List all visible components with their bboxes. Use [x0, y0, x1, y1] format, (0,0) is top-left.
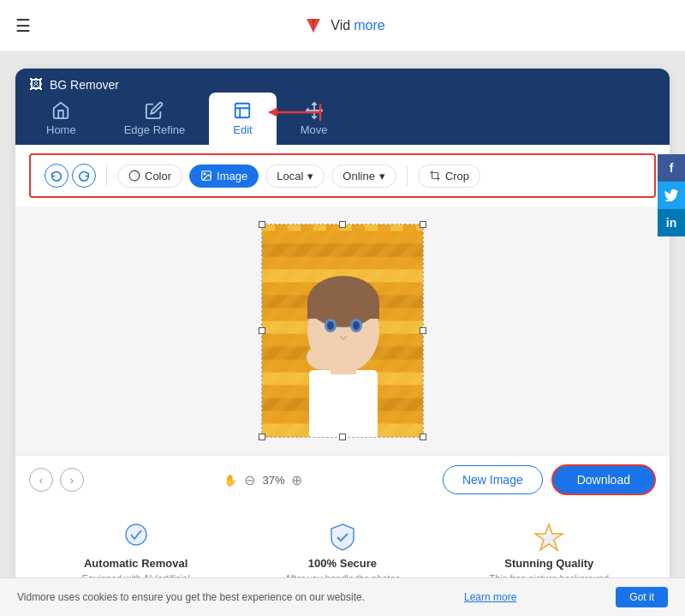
cookie-banner: Vidmore uses cookies to ensure you get t…: [0, 577, 685, 616]
linkedin-button[interactable]: in: [658, 209, 685, 236]
tabs-container: Home Edge Refine Edit Move: [15, 93, 670, 145]
twitter-button[interactable]: [658, 182, 685, 209]
image-button[interactable]: Image: [189, 164, 259, 188]
undo-redo-group: [45, 164, 96, 188]
cookie-got-it-button[interactable]: Got it: [616, 587, 668, 607]
handle-bottom-right[interactable]: [420, 434, 426, 440]
handle-middle-right[interactable]: [420, 327, 426, 334]
app-header: 🖼 BG Remover Home Edge Refine Edit: [15, 69, 670, 145]
hand-tool[interactable]: ✋: [223, 474, 237, 487]
redo-button[interactable]: [72, 164, 96, 188]
tab-home[interactable]: Home: [22, 93, 100, 145]
logo-text: Vidmore: [331, 18, 384, 33]
local-button[interactable]: Local ▾: [265, 164, 325, 188]
image-preview: [262, 224, 423, 437]
action-buttons: New Image Download: [443, 464, 656, 495]
handle-bottom-middle[interactable]: [339, 434, 346, 440]
handle-middle-left[interactable]: [259, 327, 265, 334]
bg-remover-icon: 🖼: [29, 77, 43, 93]
cookie-learn-more[interactable]: Learn more: [464, 591, 516, 603]
next-button[interactable]: ›: [60, 468, 84, 492]
tab-edit[interactable]: Edit: [209, 93, 276, 145]
divider-1: [106, 165, 107, 186]
svg-point-27: [353, 321, 360, 330]
online-button[interactable]: Online ▾: [331, 164, 396, 188]
handle-top-left[interactable]: [259, 221, 265, 228]
nav-arrows: ‹ ›: [29, 468, 84, 492]
zoom-value: 37%: [262, 474, 284, 487]
handle-top-right[interactable]: [420, 221, 426, 228]
bottom-controls: ‹ › ✋ ⊖ 37% ⊕ New Image Download: [15, 455, 670, 504]
navbar: ☰ Vidmore: [0, 0, 685, 51]
svg-point-26: [327, 321, 334, 330]
color-button[interactable]: Color: [117, 164, 182, 188]
social-sidebar: f in: [658, 154, 685, 236]
svg-point-29: [126, 524, 146, 545]
handle-top-middle[interactable]: [339, 221, 346, 228]
svg-rect-23: [307, 302, 379, 319]
divider-2: [407, 165, 408, 186]
svg-point-28: [307, 344, 341, 370]
new-image-button[interactable]: New Image: [443, 465, 543, 494]
quality-icon: [527, 519, 570, 553]
portrait-svg: [262, 224, 423, 437]
prev-button[interactable]: ‹: [29, 468, 53, 492]
secure-title: 100% Secure: [308, 557, 377, 570]
main-content: 🖼 BG Remover Home Edge Refine Edit: [0, 51, 685, 611]
svg-rect-0: [235, 104, 250, 118]
download-button[interactable]: Download: [551, 464, 656, 495]
auto-removal-title: Automatic Removal: [84, 557, 188, 570]
canvas-area: [15, 206, 670, 455]
app-title: 🖼 BG Remover: [15, 69, 670, 93]
auto-removal-icon: [115, 519, 158, 553]
logo: Vidmore: [300, 12, 384, 39]
secure-icon: [321, 519, 364, 553]
tab-edge-refine[interactable]: Edge Refine: [100, 93, 210, 145]
handle-bottom-left[interactable]: [259, 434, 265, 440]
svg-point-6: [204, 173, 206, 175]
svg-rect-19: [309, 370, 378, 437]
undo-button[interactable]: [45, 164, 68, 188]
logo-icon: [300, 12, 327, 39]
app-card: 🖼 BG Remover Home Edge Refine Edit: [15, 69, 670, 602]
menu-icon[interactable]: ☰: [15, 15, 31, 36]
svg-marker-30: [535, 524, 563, 550]
zoom-out-button[interactable]: ⊖: [244, 472, 255, 488]
zoom-controls: ✋ ⊖ 37% ⊕: [223, 472, 302, 488]
zoom-in-button[interactable]: ⊕: [291, 472, 302, 488]
facebook-button[interactable]: f: [658, 154, 685, 182]
quality-title: Stunning Quality: [504, 557, 593, 570]
image-container: [261, 224, 424, 438]
toolbar: Color Image Local ▾ Online ▾ Crop: [29, 153, 656, 198]
crop-button[interactable]: Crop: [418, 164, 480, 188]
tab-move[interactable]: Move: [277, 93, 352, 145]
cookie-text: Vidmore uses cookies to ensure you get t…: [17, 591, 365, 603]
